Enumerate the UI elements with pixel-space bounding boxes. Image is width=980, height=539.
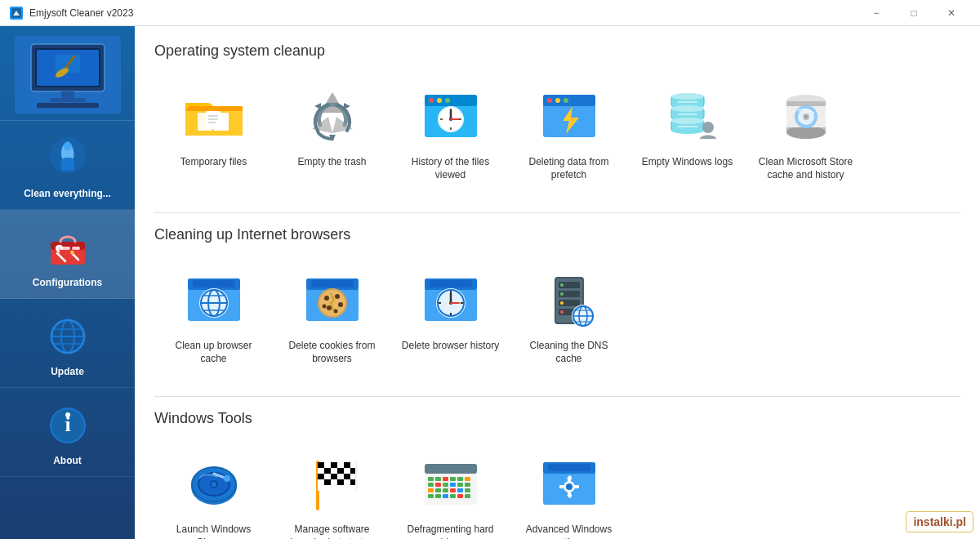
svg-rect-174 <box>428 494 434 498</box>
sidebar-item-clean-label: Clean everything... <box>24 188 111 199</box>
svg-rect-173 <box>465 488 470 492</box>
tool-dns-cache[interactable]: Cleaning the DNS cache <box>510 260 628 373</box>
os-cleanup-grid: Temporary files <box>154 76 960 189</box>
os-cleanup-section: Operating system cleanup <box>154 42 960 189</box>
tool-temp-files[interactable]: Temporary files <box>154 76 273 189</box>
startup-label: Manage software launched at startup <box>279 523 385 539</box>
svg-rect-187 <box>559 485 564 488</box>
svg-point-74 <box>702 122 714 133</box>
svg-point-184 <box>566 483 572 490</box>
svg-point-97 <box>324 296 329 301</box>
svg-point-124 <box>560 310 564 314</box>
maximize-button[interactable]: □ <box>895 0 933 26</box>
svg-rect-176 <box>443 494 448 498</box>
tool-browser-history[interactable]: Delete browser history <box>391 260 510 373</box>
clean-icon <box>43 134 92 183</box>
svg-rect-94 <box>311 280 354 287</box>
sidebar-item-update[interactable]: Update <box>0 299 135 388</box>
win-tools-title: Windows Tools <box>154 410 960 427</box>
titlebar-title: Emjysoft Cleaner v2023 <box>29 7 858 19</box>
win-tools-section: Windows Tools <box>154 410 960 539</box>
empty-trash-icon <box>296 84 369 149</box>
svg-rect-143 <box>331 462 337 468</box>
sidebar: Clean everything... <box>0 26 135 539</box>
configs-icon <box>43 223 92 272</box>
svg-rect-161 <box>465 477 470 481</box>
svg-rect-150 <box>344 474 350 479</box>
os-cleanup-title: Operating system cleanup <box>154 42 960 60</box>
delete-cookies-label: Delete cookies from browsers <box>279 340 385 365</box>
svg-rect-156 <box>428 477 434 481</box>
browser-history-label: Delete browser history <box>402 340 499 353</box>
browser-cleanup-section: Cleaning up Internet browsers <box>154 226 960 373</box>
app-body: Clean everything... <box>0 26 980 539</box>
svg-rect-105 <box>430 280 472 287</box>
svg-point-61 <box>671 93 704 100</box>
tool-history-files[interactable]: History of the files viewed <box>391 76 510 189</box>
ms-store-icon <box>769 84 843 149</box>
svg-point-82 <box>804 115 808 118</box>
update-icon <box>43 312 92 361</box>
titlebar: Emjysoft Cleaner v2023 − □ ✕ <box>0 0 980 26</box>
tool-defrag[interactable]: Defragmenting hard drives <box>391 443 510 539</box>
divider-2 <box>154 396 960 397</box>
svg-point-56 <box>555 98 560 103</box>
empty-trash-label: Empty the trash <box>297 156 366 169</box>
svg-rect-6 <box>37 103 99 108</box>
tool-browser-cache[interactable]: Clean up browser cache <box>154 260 273 373</box>
sidebar-item-clean[interactable]: Clean everything... <box>0 121 135 210</box>
svg-point-102 <box>322 305 326 309</box>
svg-rect-182 <box>548 464 590 471</box>
svg-point-122 <box>560 292 564 296</box>
svg-rect-158 <box>443 477 448 481</box>
svg-rect-165 <box>450 483 456 487</box>
sidebar-item-about[interactable]: i About <box>0 388 135 477</box>
browser-cleanup-title: Cleaning up Internet browsers <box>154 226 960 243</box>
svg-rect-172 <box>457 488 463 492</box>
svg-rect-142 <box>318 462 324 468</box>
prefetch-icon <box>532 84 606 149</box>
tool-empty-trash[interactable]: Empty the trash <box>273 76 391 189</box>
svg-marker-36 <box>314 103 321 109</box>
svg-rect-159 <box>450 477 456 481</box>
svg-point-121 <box>560 283 564 287</box>
svg-rect-157 <box>435 477 441 481</box>
tool-prefetch[interactable]: Deleting data from prefetch <box>510 76 628 189</box>
svg-point-69 <box>671 118 704 124</box>
minimize-button[interactable]: − <box>858 0 895 26</box>
tool-startup[interactable]: Manage software launched at startup <box>273 443 391 539</box>
sidebar-nav: Clean everything... <box>0 121 135 539</box>
browser-cache-label: Clean up browser cache <box>161 340 266 365</box>
svg-rect-175 <box>435 494 441 498</box>
svg-point-41 <box>429 98 434 103</box>
watermark: instalki.pl <box>906 511 973 532</box>
close-button[interactable]: ✕ <box>933 0 970 26</box>
svg-rect-162 <box>428 483 434 487</box>
tool-ms-store[interactable]: Clean Microsoft Store cache and history <box>746 76 865 189</box>
svg-rect-169 <box>435 488 441 492</box>
tool-win-cleaner[interactable]: Launch Windows Cleaner <box>154 443 273 539</box>
history-files-label: History of the files viewed <box>398 156 503 181</box>
svg-rect-148 <box>318 474 324 479</box>
win-cleaner-icon <box>177 452 251 517</box>
svg-point-137 <box>224 475 230 482</box>
win-cleaner-label: Launch Windows Cleaner <box>161 523 266 539</box>
sidebar-item-update-label: Update <box>51 366 84 377</box>
win-tools-grid: Launch Windows Cleaner <box>154 443 960 539</box>
sidebar-logo <box>0 26 135 121</box>
browser-cache-icon <box>177 268 251 333</box>
tool-advanced-settings[interactable]: Advanced Windows settings <box>510 443 628 539</box>
svg-rect-178 <box>457 494 463 498</box>
about-icon: i <box>43 401 92 450</box>
prefetch-label: Deleting data from prefetch <box>516 156 621 181</box>
sidebar-item-configs-label: Configurations <box>33 277 102 288</box>
delete-cookies-icon <box>296 268 369 333</box>
svg-rect-164 <box>443 483 448 487</box>
svg-rect-160 <box>457 477 463 481</box>
tool-win-logs[interactable]: Empty Windows logs <box>628 76 746 189</box>
startup-icon <box>296 452 369 517</box>
svg-rect-145 <box>324 468 331 474</box>
sidebar-item-configs[interactable]: Configurations <box>0 210 135 299</box>
tool-delete-cookies[interactable]: Delete cookies from browsers <box>273 260 391 373</box>
svg-rect-155 <box>425 464 477 474</box>
